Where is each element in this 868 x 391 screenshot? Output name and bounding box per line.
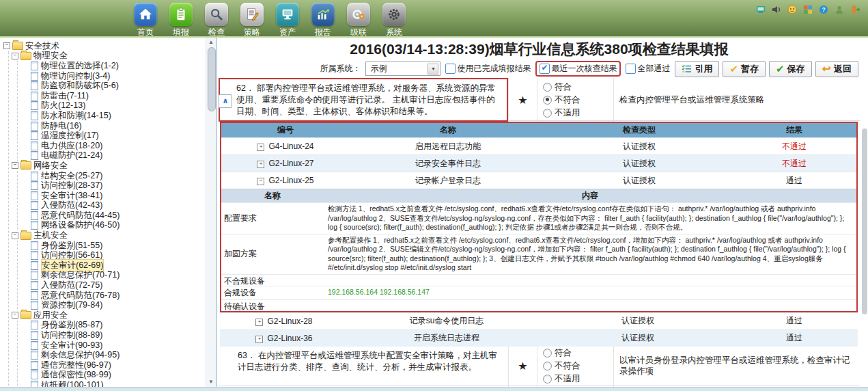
checked-checkbox-icon[interactable] xyxy=(540,64,550,74)
main-scroll-thumb[interactable] xyxy=(862,129,867,314)
emoji-icon[interactable] xyxy=(787,5,797,14)
expand-icon[interactable]: + xyxy=(255,336,263,343)
tree-item-资源控制(79-84)[interactable]: 资源控制(79-84) xyxy=(18,300,216,310)
radio-icon[interactable] xyxy=(543,109,552,118)
tree-item-防雷击(7-11)[interactable]: 防雷击(7-11) xyxy=(18,91,216,101)
table-row-G2-Linux-36[interactable]: +G2-Linux-36开启系统日志进程认证授权通过 xyxy=(220,329,858,347)
tree-item-访问控制(28-37)[interactable]: 访问控制(28-37) xyxy=(18,180,216,191)
tree-item-安全审计(62-69)[interactable]: 安全审计(62-69) xyxy=(18,260,216,271)
screen-share-icon[interactable] xyxy=(756,5,766,14)
nav-item-label: 策略 xyxy=(244,27,260,37)
tree-item-入侵防范(72-75)[interactable]: 入侵防范(72-75) xyxy=(18,280,216,291)
tree-item-访问控制(88-89)[interactable]: 访问控制(88-89) xyxy=(18,330,216,340)
table-header-cell: 结果 xyxy=(732,124,856,136)
nav-item-报告[interactable]: 报告 xyxy=(307,3,339,38)
detail-row-合规设备: 合规设备192.168.56.164 192.168.56.147 xyxy=(221,286,856,299)
tree-item-温湿度控制(17)[interactable]: 温湿度控制(17) xyxy=(18,131,216,141)
tree-folder-安全技术[interactable]: −安全技术 xyxy=(0,41,216,51)
radio-不符合[interactable]: 不符合 xyxy=(543,360,613,372)
tree-item-防盗窃和防破坏(5-6)[interactable]: 防盗窃和防破坏(5-6) xyxy=(18,81,216,91)
collapse-button[interactable]: ∧ xyxy=(219,94,232,108)
expand-icon[interactable]: + xyxy=(255,319,263,326)
tree-item-电磁防护(21-24)[interactable]: 电磁防护(21-24) xyxy=(18,151,216,161)
question-62-options: 符合不符合不适用 xyxy=(537,78,613,122)
tree-item-身份鉴别(51-55)[interactable]: 身份鉴别(51-55) xyxy=(18,241,216,251)
tree-item-防水和防潮(14-15)[interactable]: 防水和防潮(14-15) xyxy=(18,111,216,121)
tree-item-防火(12-13)[interactable]: 防火(12-13) xyxy=(18,101,216,111)
check-result: 不通过 xyxy=(732,158,856,170)
引用-button[interactable]: 引用 xyxy=(675,61,719,77)
radio-不适用[interactable]: 不适用 xyxy=(543,107,613,119)
radio-不符合[interactable]: 不符合 xyxy=(543,94,613,106)
collapse-icon[interactable]: − xyxy=(257,178,264,185)
tree-item-网络设备防护(46-50)[interactable]: 网络设备防护(46-50) xyxy=(18,221,216,231)
apps-grid-icon[interactable] xyxy=(803,5,813,14)
volume-icon[interactable] xyxy=(772,5,781,14)
expand-icon[interactable]: + xyxy=(257,161,264,168)
tree-item-剩余信息保护(94-95)[interactable]: 剩余信息保护(94-95) xyxy=(18,350,216,360)
nav-item-级联[interactable]: 级联 xyxy=(343,3,374,38)
unchecked-checkbox-icon[interactable] xyxy=(445,64,456,74)
checkbox-全部通过[interactable]: 全部通过 xyxy=(626,63,670,75)
tree-folder-应用安全[interactable]: −应用安全 xyxy=(9,310,216,321)
tree-item-剩余信息保护(70-71)[interactable]: 剩余信息保护(70-71) xyxy=(18,271,216,281)
folder-icon xyxy=(20,52,31,60)
collapse-expander-icon[interactable]: − xyxy=(3,42,10,49)
user-icon[interactable] xyxy=(835,5,844,14)
tree-folder-主机安全[interactable]: −主机安全 xyxy=(9,230,216,241)
tree-item-入侵防范(42-43)[interactable]: 入侵防范(42-43) xyxy=(18,201,216,211)
nav-item-检查[interactable]: 检查 xyxy=(201,3,232,38)
返回-button[interactable]: ↩返回 xyxy=(815,61,858,77)
tree-item-通信保密性(98-99)[interactable]: 通信保密性(98-99) xyxy=(18,370,216,381)
collapse-expander-icon[interactable]: − xyxy=(12,162,18,169)
nav-item-填报[interactable]: 填报 xyxy=(165,3,197,38)
tree-folder-网络安全[interactable]: −网络安全 xyxy=(9,161,216,171)
sidebar-scroll-thumb[interactable] xyxy=(208,47,216,111)
highlighted-table-section: 编号名称检查类型结果 +G4-Linux-24启用远程日志功能认证授权不通过+G… xyxy=(220,122,858,312)
checkbox-最近一次核查结果[interactable]: 最近一次核查结果 xyxy=(540,63,617,75)
radio-icon[interactable] xyxy=(543,375,552,383)
table-row-G2-Linux-25[interactable]: −G2-Linux-25记录帐户登录日志认证授权通过 xyxy=(221,172,856,189)
tree-item-恶意代码防范(44-45)[interactable]: 恶意代码防范(44-45) xyxy=(18,211,216,221)
radio-icon[interactable] xyxy=(543,349,552,358)
radio-icon[interactable] xyxy=(543,362,552,370)
tree-folder-物理安全[interactable]: −物理安全 xyxy=(9,51,216,62)
tree-item-通信完整性(96-97)[interactable]: 通信完整性(96-97) xyxy=(18,360,216,370)
system-select[interactable]: 示例 ▼ xyxy=(365,62,440,76)
保存-button[interactable]: ✔保存 xyxy=(769,61,812,77)
tree-item-安全审计(90-93)[interactable]: 安全审计(90-93) xyxy=(18,340,216,351)
table-row-G4-Linux-24[interactable]: +G4-Linux-24启用远程日志功能认证授权不通过 xyxy=(221,137,856,154)
help-icon[interactable]: ? xyxy=(819,5,828,14)
nav-item-策略[interactable]: 策略 xyxy=(236,3,268,38)
collapse-expander-icon[interactable]: − xyxy=(12,312,18,319)
unchecked-checkbox-icon[interactable] xyxy=(626,64,636,74)
tree-item-物理位置的选择(1-2)[interactable]: 物理位置的选择(1-2) xyxy=(18,61,216,71)
table-row-G2-Linux-27[interactable]: +G2-Linux-27记录安全事件日志认证授权不通过 xyxy=(221,154,856,172)
tree-item-电力供应(18-20)[interactable]: 电力供应(18-20) xyxy=(18,141,216,151)
tree-item-结构安全(25-27)[interactable]: 结构安全(25-27) xyxy=(18,171,216,181)
tree-item-恶意代码防范(76-78)[interactable]: 恶意代码防范(76-78) xyxy=(18,291,216,301)
expand-icon[interactable]: + xyxy=(257,144,264,151)
collapse-expander-icon[interactable]: − xyxy=(12,232,18,239)
tree-item-抗抵赖(100-101)[interactable]: 抗抵赖(100-101) xyxy=(18,380,216,387)
scroll-down-icon[interactable]: ▼ xyxy=(207,378,215,386)
table-row-G2-Linux-28[interactable]: +G2-Linux-28记录su命令使用日志认证授权通过 xyxy=(220,312,858,329)
nav-item-首页[interactable]: 首页 xyxy=(130,3,161,38)
sidebar-scrollbar[interactable]: ▲ ▼ xyxy=(206,38,216,387)
radio-符合[interactable]: 符合 xyxy=(543,81,613,93)
nav-item-资产[interactable]: 资产 xyxy=(272,3,303,38)
radio-selected-icon[interactable] xyxy=(543,96,552,105)
radio-icon[interactable] xyxy=(543,83,552,92)
radio-符合[interactable]: 符合 xyxy=(543,347,613,359)
tree-item-防静电(16)[interactable]: 防静电(16) xyxy=(18,121,216,131)
nav-item-系统[interactable]: 系统 xyxy=(378,3,410,38)
暂存-button[interactable]: ✔暂存 xyxy=(723,61,766,77)
tree-item-身份鉴别(85-87)[interactable]: 身份鉴别(85-87) xyxy=(18,321,216,331)
scroll-up-icon[interactable]: ▲ xyxy=(207,38,215,46)
checkbox-使用已完成填报结果[interactable]: 使用已完成填报结果 xyxy=(445,63,531,75)
collapse-expander-icon[interactable]: − xyxy=(12,53,18,59)
tree-item-物理访问控制(3-4)[interactable]: 物理访问控制(3-4) xyxy=(18,71,216,81)
logout-icon[interactable] xyxy=(850,5,860,14)
radio-不适用[interactable]: 不适用 xyxy=(543,373,613,385)
tree-item-安全审计(38-41)[interactable]: 安全审计(38-41) xyxy=(18,191,216,201)
